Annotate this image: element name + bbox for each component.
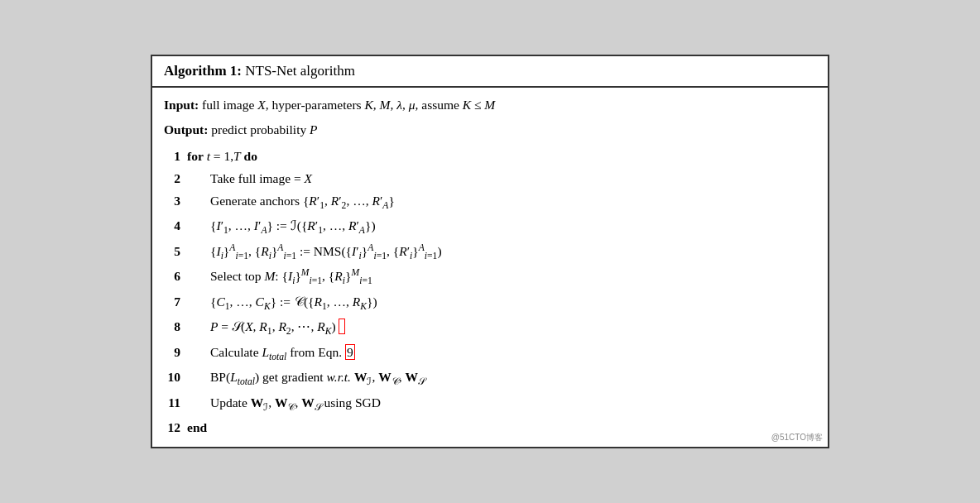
algorithm-label: Algorithm 1: [164,63,245,79]
line-content-7: {C1, …, CK} := 𝒞({R1, …, RK}) [187,290,816,315]
output-text: predict probability P [211,122,317,137]
line-2: 2 Take full image = X [164,167,816,189]
line-7: 7 {C1, …, CK} := 𝒞({R1, …, RK}) [164,290,816,315]
line-num-7: 7 [164,290,187,313]
line-content-12: end [187,416,816,438]
line-content-2: Take full image = X [187,167,816,189]
algorithm-lines: 1 for t = 1,T do 2 Take full image = X 3… [164,145,816,439]
line-8: 8 P = 𝒮(X, R1, R2, ⋯, RK) [164,315,816,340]
line-num-2: 2 [164,167,187,189]
line-num-3: 3 [164,189,187,212]
line-1: 1 for t = 1,T do [164,145,816,167]
line-4: 4 {I′1, …, I′A} := ℐ({R′1, …, R′A}) [164,214,816,239]
line-12: 12 end [164,416,816,438]
output-line: Output: predict probability P [164,119,816,141]
red-box-annotation [339,319,345,334]
watermark: @51CTO博客 [771,432,823,443]
line-content-9: Calculate Ltotal from Eqn. 9 [187,341,816,366]
line-content-10: BP(Ltotal) get gradient w.r.t. Wℐ, W𝒞, W… [187,366,816,390]
line-num-10: 10 [164,366,187,388]
line-9: 9 Calculate Ltotal from Eqn. 9 [164,341,816,366]
line-num-6: 6 [164,265,187,287]
line-content-3: Generate anchors {R′1, R′2, …, R′A} [187,189,816,214]
algorithm-title: NTS-Net algorithm [245,63,355,79]
line-10: 10 BP(Ltotal) get gradient w.r.t. Wℐ, W𝒞… [164,366,816,390]
line-num-8: 8 [164,315,187,338]
line-5: 5 {Ii}Ai=1, {Ri}Ai=1 := NMS({I′i}Ai=1, {… [164,240,816,266]
algorithm-body: Input: full image X, hyper-parameters K,… [152,88,828,447]
line-num-12: 12 [164,416,187,438]
input-text: full image X, hyper-parameters K, M, λ, … [202,98,495,112]
line-content-6: Select top M: {Ii}Mi=1, {Ri}Mi=1 [187,265,816,290]
line-6: 6 Select top M: {Ii}Mi=1, {Ri}Mi=1 [164,265,816,290]
line-num-9: 9 [164,341,187,363]
red-box-9: 9 [345,344,355,360]
line-num-11: 11 [164,391,187,414]
line-content-4: {I′1, …, I′A} := ℐ({R′1, …, R′A}) [187,214,816,239]
line-content-1: for t = 1,T do [187,145,816,167]
line-content-8: P = 𝒮(X, R1, R2, ⋯, RK) [187,315,816,340]
line-content-5: {Ii}Ai=1, {Ri}Ai=1 := NMS({I′i}Ai=1, {R′… [187,240,816,266]
line-num-4: 4 [164,214,187,237]
input-label: Input: [164,98,202,112]
line-11: 11 Update Wℐ, W𝒞, W𝒮 using SGD [164,391,816,416]
line-content-11: Update Wℐ, W𝒞, W𝒮 using SGD [187,391,816,416]
line-3: 3 Generate anchors {R′1, R′2, …, R′A} [164,189,816,214]
algorithm-header: Algorithm 1: NTS-Net algorithm [152,56,828,88]
line-num-5: 5 [164,240,187,262]
output-label: Output: [164,122,211,137]
algorithm-box: Algorithm 1: NTS-Net algorithm Input: fu… [151,55,829,448]
line-num-1: 1 [164,145,187,167]
input-line: Input: full image X, hyper-parameters K,… [164,94,816,116]
